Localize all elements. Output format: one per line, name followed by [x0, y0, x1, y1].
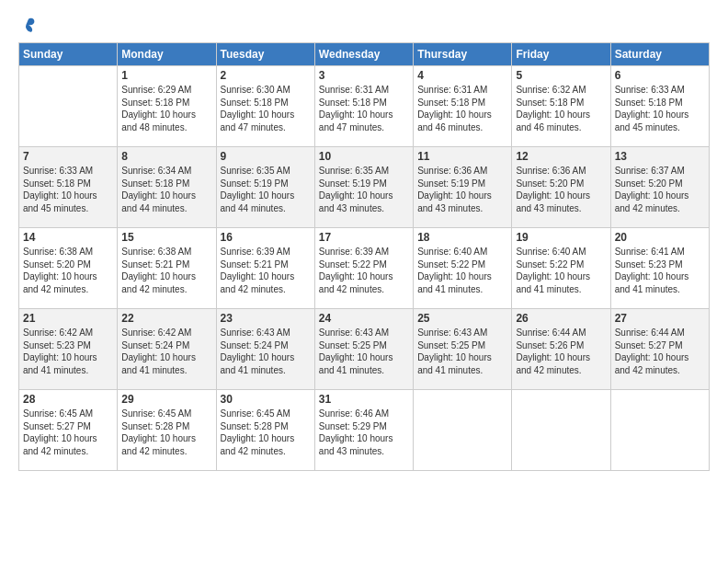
day-info: Sunrise: 6:31 AMSunset: 5:18 PMDaylight:…	[319, 84, 409, 133]
day-number: 11	[417, 150, 507, 163]
calendar-cell: 15Sunrise: 6:38 AMSunset: 5:21 PMDayligh…	[118, 228, 216, 309]
calendar-cell: 25Sunrise: 6:43 AMSunset: 5:25 PMDayligh…	[414, 309, 512, 390]
calendar-cell: 10Sunrise: 6:35 AMSunset: 5:19 PMDayligh…	[314, 147, 413, 228]
calendar-cell	[414, 390, 512, 471]
day-number: 7	[23, 150, 113, 163]
day-info: Sunrise: 6:45 AMSunset: 5:27 PMDaylight:…	[23, 408, 113, 457]
day-info: Sunrise: 6:30 AMSunset: 5:18 PMDaylight:…	[221, 84, 311, 133]
calendar-table: SundayMondayTuesdayWednesdayThursdayFrid…	[18, 42, 710, 471]
day-info: Sunrise: 6:41 AMSunset: 5:23 PMDaylight:…	[615, 246, 705, 295]
calendar-cell: 27Sunrise: 6:44 AMSunset: 5:27 PMDayligh…	[610, 309, 709, 390]
day-info: Sunrise: 6:33 AMSunset: 5:18 PMDaylight:…	[615, 84, 705, 133]
day-info: Sunrise: 6:36 AMSunset: 5:19 PMDaylight:…	[417, 165, 507, 214]
calendar-cell: 4Sunrise: 6:31 AMSunset: 5:18 PMDaylight…	[414, 66, 512, 147]
day-number: 21	[23, 312, 113, 325]
day-info: Sunrise: 6:38 AMSunset: 5:21 PMDaylight:…	[121, 246, 211, 295]
calendar-cell: 26Sunrise: 6:44 AMSunset: 5:26 PMDayligh…	[512, 309, 610, 390]
calendar-cell: 17Sunrise: 6:39 AMSunset: 5:22 PMDayligh…	[314, 228, 413, 309]
day-number: 13	[615, 150, 705, 163]
weekday-header-wednesday: Wednesday	[314, 43, 413, 66]
calendar-cell: 19Sunrise: 6:40 AMSunset: 5:22 PMDayligh…	[512, 228, 610, 309]
weekday-header-saturday: Saturday	[610, 43, 709, 66]
day-info: Sunrise: 6:45 AMSunset: 5:28 PMDaylight:…	[121, 408, 211, 457]
day-number: 22	[121, 312, 211, 325]
day-number: 10	[319, 150, 409, 163]
calendar-cell	[19, 66, 118, 147]
calendar-cell: 8Sunrise: 6:34 AMSunset: 5:18 PMDaylight…	[118, 147, 216, 228]
calendar-cell	[610, 390, 709, 471]
day-number: 12	[516, 150, 606, 163]
calendar-cell: 28Sunrise: 6:45 AMSunset: 5:27 PMDayligh…	[19, 390, 118, 471]
day-number: 23	[221, 312, 311, 325]
calendar-cell: 11Sunrise: 6:36 AMSunset: 5:19 PMDayligh…	[414, 147, 512, 228]
day-info: Sunrise: 6:45 AMSunset: 5:28 PMDaylight:…	[221, 408, 311, 457]
calendar-cell: 12Sunrise: 6:36 AMSunset: 5:20 PMDayligh…	[512, 147, 610, 228]
day-info: Sunrise: 6:36 AMSunset: 5:20 PMDaylight:…	[516, 165, 606, 214]
day-info: Sunrise: 6:35 AMSunset: 5:19 PMDaylight:…	[221, 165, 311, 214]
day-info: Sunrise: 6:31 AMSunset: 5:18 PMDaylight:…	[417, 84, 507, 133]
day-info: Sunrise: 6:43 AMSunset: 5:25 PMDaylight:…	[417, 327, 507, 376]
calendar-cell: 22Sunrise: 6:42 AMSunset: 5:24 PMDayligh…	[118, 309, 216, 390]
week-row-4: 21Sunrise: 6:42 AMSunset: 5:23 PMDayligh…	[19, 309, 710, 390]
calendar-cell: 18Sunrise: 6:40 AMSunset: 5:22 PMDayligh…	[414, 228, 512, 309]
day-number: 30	[221, 393, 311, 406]
logo-bird-icon	[20, 17, 37, 33]
calendar-cell: 6Sunrise: 6:33 AMSunset: 5:18 PMDaylight…	[610, 66, 709, 147]
week-row-5: 28Sunrise: 6:45 AMSunset: 5:27 PMDayligh…	[19, 390, 710, 471]
weekday-header-sunday: Sunday	[19, 43, 118, 66]
day-number: 15	[121, 231, 211, 244]
weekday-header-row: SundayMondayTuesdayWednesdayThursdayFrid…	[19, 43, 710, 66]
calendar-cell: 31Sunrise: 6:46 AMSunset: 5:29 PMDayligh…	[314, 390, 413, 471]
calendar-cell: 20Sunrise: 6:41 AMSunset: 5:23 PMDayligh…	[610, 228, 709, 309]
day-number: 8	[121, 150, 211, 163]
day-info: Sunrise: 6:39 AMSunset: 5:21 PMDaylight:…	[221, 246, 311, 295]
day-number: 25	[417, 312, 507, 325]
day-info: Sunrise: 6:44 AMSunset: 5:27 PMDaylight:…	[615, 327, 705, 376]
day-number: 24	[319, 312, 409, 325]
logo	[18, 17, 37, 35]
page: SundayMondayTuesdayWednesdayThursdayFrid…	[0, 0, 728, 563]
calendar-cell: 21Sunrise: 6:42 AMSunset: 5:23 PMDayligh…	[19, 309, 118, 390]
day-number: 19	[516, 231, 606, 244]
weekday-header-friday: Friday	[512, 43, 610, 66]
day-number: 3	[319, 69, 409, 82]
calendar-cell: 30Sunrise: 6:45 AMSunset: 5:28 PMDayligh…	[216, 390, 314, 471]
day-number: 31	[319, 393, 409, 406]
calendar-cell: 5Sunrise: 6:32 AMSunset: 5:18 PMDaylight…	[512, 66, 610, 147]
day-number: 5	[516, 69, 606, 82]
day-number: 14	[23, 231, 113, 244]
day-info: Sunrise: 6:38 AMSunset: 5:20 PMDaylight:…	[23, 246, 113, 295]
calendar-cell: 1Sunrise: 6:29 AMSunset: 5:18 PMDaylight…	[118, 66, 216, 147]
day-info: Sunrise: 6:37 AMSunset: 5:20 PMDaylight:…	[615, 165, 705, 214]
calendar-cell: 24Sunrise: 6:43 AMSunset: 5:25 PMDayligh…	[314, 309, 413, 390]
week-row-3: 14Sunrise: 6:38 AMSunset: 5:20 PMDayligh…	[19, 228, 710, 309]
calendar-cell: 16Sunrise: 6:39 AMSunset: 5:21 PMDayligh…	[216, 228, 314, 309]
day-info: Sunrise: 6:34 AMSunset: 5:18 PMDaylight:…	[121, 165, 211, 214]
day-info: Sunrise: 6:32 AMSunset: 5:18 PMDaylight:…	[516, 84, 606, 133]
calendar-cell: 13Sunrise: 6:37 AMSunset: 5:20 PMDayligh…	[610, 147, 709, 228]
day-info: Sunrise: 6:29 AMSunset: 5:18 PMDaylight:…	[121, 84, 211, 133]
day-info: Sunrise: 6:35 AMSunset: 5:19 PMDaylight:…	[319, 165, 409, 214]
day-number: 17	[319, 231, 409, 244]
calendar-cell: 14Sunrise: 6:38 AMSunset: 5:20 PMDayligh…	[19, 228, 118, 309]
day-info: Sunrise: 6:44 AMSunset: 5:26 PMDaylight:…	[516, 327, 606, 376]
day-number: 20	[615, 231, 705, 244]
day-number: 1	[121, 69, 211, 82]
calendar-cell: 23Sunrise: 6:43 AMSunset: 5:24 PMDayligh…	[216, 309, 314, 390]
day-info: Sunrise: 6:40 AMSunset: 5:22 PMDaylight:…	[516, 246, 606, 295]
day-number: 18	[417, 231, 507, 244]
day-number: 27	[615, 312, 705, 325]
day-number: 6	[615, 69, 705, 82]
day-number: 28	[23, 393, 113, 406]
week-row-1: 1Sunrise: 6:29 AMSunset: 5:18 PMDaylight…	[19, 66, 710, 147]
week-row-2: 7Sunrise: 6:33 AMSunset: 5:18 PMDaylight…	[19, 147, 710, 228]
day-info: Sunrise: 6:43 AMSunset: 5:25 PMDaylight:…	[319, 327, 409, 376]
calendar-cell: 9Sunrise: 6:35 AMSunset: 5:19 PMDaylight…	[216, 147, 314, 228]
day-info: Sunrise: 6:46 AMSunset: 5:29 PMDaylight:…	[319, 408, 409, 457]
day-number: 4	[417, 69, 507, 82]
calendar-cell: 29Sunrise: 6:45 AMSunset: 5:28 PMDayligh…	[118, 390, 216, 471]
day-number: 26	[516, 312, 606, 325]
weekday-header-monday: Monday	[118, 43, 216, 66]
day-number: 16	[221, 231, 311, 244]
day-number: 29	[121, 393, 211, 406]
